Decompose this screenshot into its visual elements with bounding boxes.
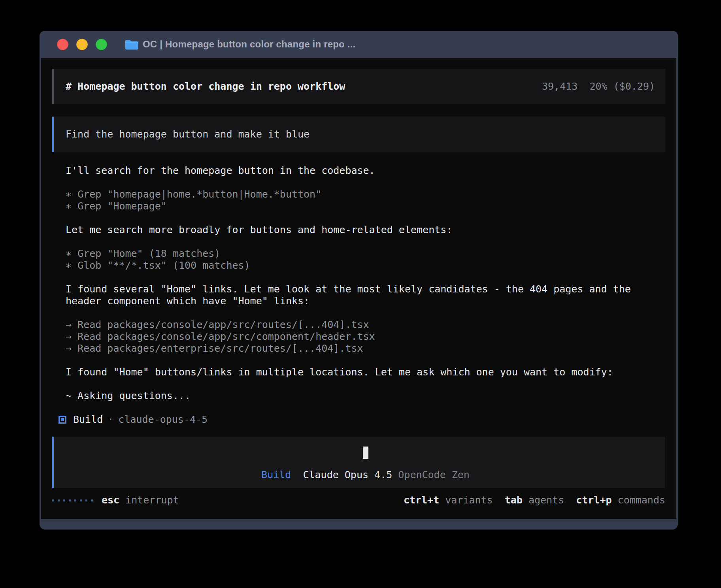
agent-separator: · <box>103 414 118 426</box>
user-message-text: Find the homepage button and make it blu… <box>66 128 310 140</box>
user-message: Find the homepage button and make it blu… <box>52 117 665 152</box>
tool-call-line: ∗ Grep "homepage|home.*button|Home.*butt… <box>66 188 665 200</box>
terminal-window: OC | Homepage button color change in rep… <box>40 31 678 530</box>
progress-dots <box>52 499 93 501</box>
tool-call-group: ∗ Grep "Home" (18 matches) ∗ Glob "**/*.… <box>66 248 665 271</box>
tool-call-line: ∗ Grep "Homepage" <box>66 200 665 212</box>
token-count: 39,413 <box>542 81 578 92</box>
session-stats: 39,413 20% ($0.29) <box>542 81 655 92</box>
traffic-lights <box>57 39 107 50</box>
model-label[interactable]: Claude Opus 4.5 <box>303 469 392 481</box>
assistant-transcript: I'll search for the homepage button in t… <box>52 165 665 402</box>
tool-call-line: ∗ Grep "Home" (18 matches) <box>66 248 665 260</box>
assistant-paragraph: I found "Home" buttons/links in multiple… <box>66 366 665 378</box>
tool-call-group: ∗ Grep "homepage|home.*button|Home.*butt… <box>66 188 665 212</box>
agent-model: claude-opus-4-5 <box>118 414 208 426</box>
session-title: # Homepage button color change in repo w… <box>66 81 345 92</box>
tool-call-line: → Read packages/console/app/src/routes/[… <box>66 319 665 331</box>
minimize-button[interactable] <box>76 39 88 50</box>
assistant-paragraph: Let me search more broadly for buttons a… <box>66 224 665 236</box>
context-usage: 20% ($0.29) <box>589 81 655 92</box>
assistant-paragraph: I found several "Home" links. Let me loo… <box>66 283 665 307</box>
window-titlebar[interactable]: OC | Homepage button color change in rep… <box>40 31 678 58</box>
shortcut-commands: ctrl+p commands <box>576 494 665 506</box>
agent-name: Build <box>73 414 103 426</box>
tool-call-line: ∗ Glob "**/*.tsx" (100 matches) <box>66 260 665 271</box>
terminal-content: # Homepage button color change in repo w… <box>41 58 676 519</box>
zoom-button[interactable] <box>96 39 107 50</box>
assistant-paragraph: I'll search for the homepage button in t… <box>66 165 665 177</box>
tool-call-line: → Read packages/enterprise/src/routes/[.… <box>66 343 665 354</box>
prompt-input[interactable]: Build Claude Opus 4.5 OpenCode Zen <box>52 437 665 488</box>
folder-icon <box>125 39 138 50</box>
agent-status: Build · claude-opus-4-5 <box>52 414 665 426</box>
tool-call-group: → Read packages/console/app/src/routes/[… <box>66 319 665 354</box>
text-cursor <box>363 447 368 459</box>
session-header: # Homepage button color change in repo w… <box>52 69 665 104</box>
provider-label: OpenCode Zen <box>398 469 470 481</box>
agent-mode-label[interactable]: Build <box>261 469 291 481</box>
esc-key-hint: esc <box>102 494 119 506</box>
assistant-paragraph: ~ Asking questions... <box>66 390 665 402</box>
input-meta: Build Claude Opus 4.5 OpenCode Zen <box>261 469 470 481</box>
tool-call-line: → Read packages/console/app/src/componen… <box>66 331 665 343</box>
shortcut-agents: tab agents <box>505 494 564 506</box>
build-agent-icon <box>59 416 66 424</box>
window-title: OC | Homepage button color change in rep… <box>143 39 355 50</box>
close-button[interactable] <box>57 39 68 50</box>
esc-action-label: interrupt <box>119 494 179 506</box>
status-bar: esc interrupt ctrl+t variants tab agents… <box>52 494 665 506</box>
shortcut-variants: ctrl+t variants <box>404 494 493 506</box>
